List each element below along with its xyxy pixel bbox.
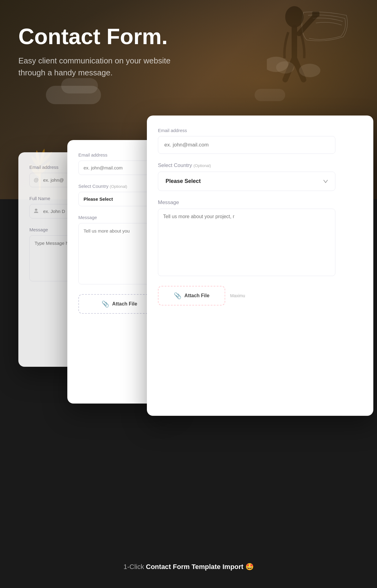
form-group-attach-3: 📎 Attach File Maximu bbox=[158, 286, 335, 305]
forms-area: Email address @ Full Name Message Email … bbox=[0, 152, 377, 489]
attach-file-btn-3[interactable]: 📎 Attach File bbox=[158, 286, 225, 305]
hero-title: Contact Form. bbox=[18, 25, 359, 49]
email-input-3[interactable] bbox=[158, 136, 335, 154]
form-card-3: Email address Select Country (Optional) … bbox=[147, 116, 373, 416]
bottom-cta: 1-Click Contact Form Template Import 🤩 bbox=[12, 563, 365, 571]
hero-content: Contact Form. Easy client communication … bbox=[0, 0, 377, 91]
person-icon bbox=[34, 208, 39, 214]
country-select-3[interactable]: Please Select bbox=[158, 172, 335, 191]
message-textarea-3[interactable] bbox=[158, 209, 335, 276]
svg-rect-7 bbox=[35, 209, 37, 211]
message-label-3: Message bbox=[158, 199, 335, 206]
at-icon: @ bbox=[34, 177, 39, 183]
bottom-section: 1-Click Contact Form Template Import 🤩 bbox=[0, 551, 377, 583]
form-group-country-3: Select Country (Optional) Please Select bbox=[158, 162, 335, 191]
form-group-message-3: Message bbox=[158, 199, 335, 277]
max-size-text: Maximu bbox=[230, 293, 245, 298]
clip-icon-3: 📎 bbox=[174, 292, 181, 299]
hero-subtitle: Easy client communication on your websit… bbox=[18, 55, 171, 79]
clip-icon-2: 📎 bbox=[102, 300, 109, 308]
form-group-email-3: Email address bbox=[158, 128, 335, 154]
email-label-3: Email address bbox=[158, 128, 335, 133]
country-label-3: Select Country (Optional) bbox=[158, 162, 335, 169]
